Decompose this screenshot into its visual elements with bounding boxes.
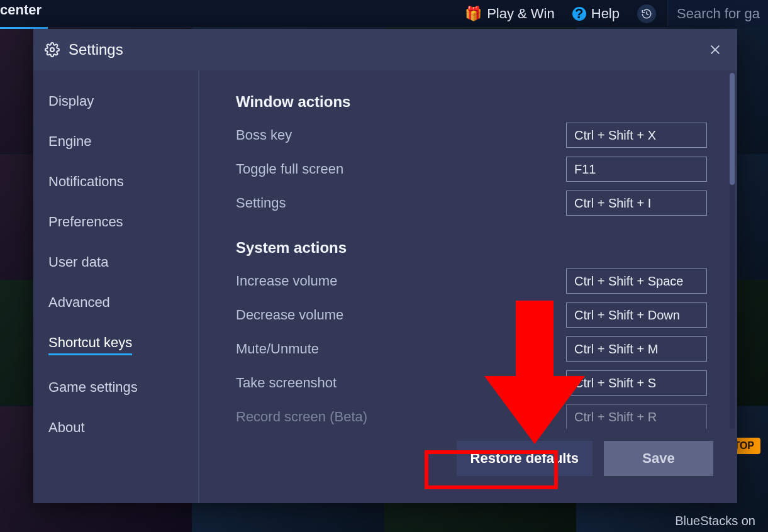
shortcut-input[interactable]: Ctrl + Shift + Down [566, 302, 707, 328]
history-button[interactable] [637, 4, 656, 23]
help-label: Help [591, 6, 620, 22]
shortcut-input[interactable]: Ctrl + Shift + S [566, 370, 707, 396]
row-label: Toggle full screen [236, 161, 343, 177]
search-placeholder: Search for ga [677, 6, 760, 22]
shortcut-input[interactable]: Ctrl + Shift + Space [566, 269, 707, 294]
row-mute-unmute: Mute/Unmute Ctrl + Shift + M [236, 336, 707, 362]
sidebar-item-advanced[interactable]: Advanced [48, 294, 110, 311]
settings-content: Window actions Boss key Ctrl + Shift + X… [199, 70, 737, 503]
row-take-screenshot: Take screenshot Ctrl + Shift + S [236, 370, 707, 396]
background-caption: BlueStacks on [675, 514, 755, 528]
row-label: Take screenshot [236, 375, 337, 391]
sidebar-item-user-data[interactable]: User data [48, 254, 108, 270]
sidebar-item-engine[interactable]: Engine [48, 133, 92, 150]
gear-icon [45, 42, 60, 57]
row-increase-volume: Increase volume Ctrl + Shift + Space [236, 268, 707, 294]
modal-footer: Restore defaults Save [199, 429, 737, 503]
play-and-win-link[interactable]: 🎁 Play & Win [465, 6, 555, 22]
play-and-win-label: Play & Win [487, 6, 555, 22]
close-button[interactable] [704, 39, 726, 60]
question-icon: ? [572, 7, 586, 21]
search-input[interactable]: Search for ga [667, 0, 768, 28]
shortcut-input[interactable]: Ctrl + Shift + I [566, 191, 707, 216]
brand-tab[interactable]: center [0, 0, 48, 29]
shortcut-input[interactable]: Ctrl + Shift + R [566, 404, 707, 429]
row-boss-key: Boss key Ctrl + Shift + X [236, 122, 707, 148]
row-label: Settings [236, 195, 286, 211]
sidebar-item-about[interactable]: About [48, 419, 85, 436]
row-label: Increase volume [236, 273, 337, 289]
row-record-screen: Record screen (Beta) Ctrl + Shift + R [236, 404, 707, 430]
save-button[interactable]: Save [604, 441, 713, 476]
close-icon [708, 43, 722, 57]
gift-icon: 🎁 [465, 6, 482, 22]
shortcut-input[interactable]: Ctrl + Shift + X [566, 123, 707, 148]
settings-modal: Settings Display Engine Notifications Pr… [33, 29, 737, 503]
shortcut-input[interactable]: Ctrl + Shift + M [566, 336, 707, 362]
row-decrease-volume: Decrease volume Ctrl + Shift + Down [236, 302, 707, 328]
row-label: Boss key [236, 127, 292, 143]
sidebar-item-display[interactable]: Display [48, 93, 94, 109]
row-label: Decrease volume [236, 307, 343, 323]
shortcut-input[interactable]: F11 [566, 157, 707, 182]
row-settings: Settings Ctrl + Shift + I [236, 190, 707, 216]
row-label: Mute/Unmute [236, 341, 319, 357]
section-title: System actions [236, 239, 707, 257]
modal-title: Settings [69, 41, 123, 58]
app-topbar: center 🎁 Play & Win ? Help Search for ga [0, 0, 768, 28]
sidebar-item-preferences[interactable]: Preferences [48, 214, 123, 230]
row-label: Record screen (Beta) [236, 409, 367, 425]
settings-sidebar: Display Engine Notifications Preferences… [33, 70, 199, 503]
sidebar-item-game-settings[interactable]: Game settings [48, 379, 138, 396]
help-link[interactable]: ? Help [572, 6, 620, 22]
svg-point-0 [50, 48, 54, 52]
row-toggle-fullscreen: Toggle full screen F11 [236, 156, 707, 182]
history-icon [641, 8, 652, 19]
section-title: Window actions [236, 93, 707, 111]
scroll-thumb[interactable] [730, 73, 735, 185]
restore-defaults-button[interactable]: Restore defaults [457, 441, 593, 476]
section-system-actions: System actions Increase volume Ctrl + Sh… [236, 239, 707, 430]
section-window-actions: Window actions Boss key Ctrl + Shift + X… [236, 93, 707, 216]
sidebar-item-shortcut-keys[interactable]: Shortcut keys [48, 335, 132, 355]
sidebar-item-notifications[interactable]: Notifications [48, 174, 124, 190]
modal-header: Settings [33, 29, 737, 70]
